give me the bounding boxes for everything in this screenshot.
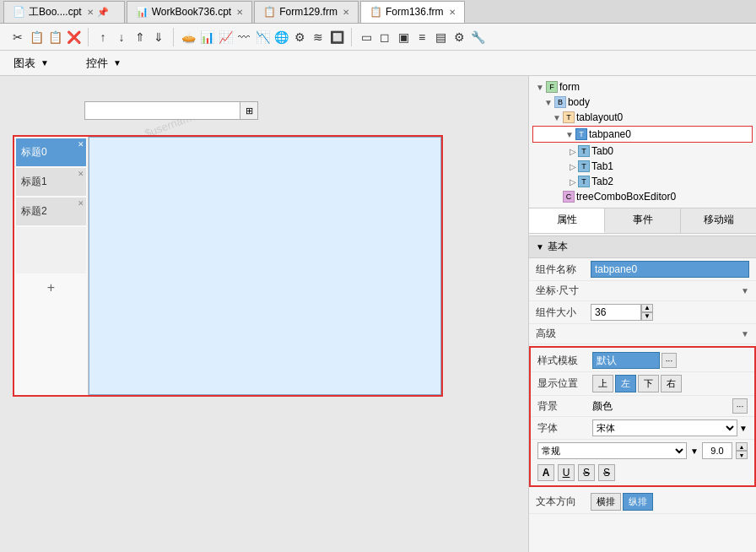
ctrl-icon6[interactable]: ⚙: [450, 28, 468, 46]
tab-form129-close[interactable]: ✕: [343, 8, 349, 17]
tab-add-icon: +: [47, 280, 55, 295]
tabpane-widget: 标题0 ✕ 标题1 ✕ 标题2 ✕ +: [13, 135, 443, 397]
tab-workbook2-icon: 📊: [136, 6, 148, 18]
tree-item-combo[interactable]: C treeComboBoxEditor0: [529, 189, 756, 204]
tab-form136-close[interactable]: ✕: [449, 8, 456, 17]
prop-row-size: 组件大小 ▲ ▼: [529, 301, 756, 324]
tab0-close[interactable]: ✕: [78, 140, 84, 149]
tab-label-2[interactable]: 标题2 ✕: [16, 198, 86, 225]
tab-form136-label: Form136.frm: [386, 6, 444, 18]
prop-tab-event[interactable]: 事件: [605, 208, 681, 233]
font-size-input[interactable]: [702, 442, 732, 459]
tab1-close[interactable]: ✕: [78, 170, 84, 178]
tree-label-tablayout: tablayout0: [576, 111, 623, 123]
form-input-field[interactable]: [84, 101, 240, 120]
pos-btn-right[interactable]: 右: [661, 375, 682, 392]
ctrl-icon7[interactable]: 🔧: [468, 28, 487, 46]
ctrl-icon1[interactable]: ▭: [357, 28, 375, 46]
tree-item-body[interactable]: ▼ B body: [529, 95, 756, 110]
prop-label-name: 组件名称: [536, 262, 591, 277]
font-style-select[interactable]: 常规: [537, 442, 687, 459]
tab-label-3[interactable]: [16, 227, 86, 273]
tab-workbook-pin[interactable]: 📌: [97, 7, 109, 18]
prop-tab-attr[interactable]: 属性: [529, 208, 605, 233]
prop-input-style-template[interactable]: [592, 352, 660, 369]
tree-label-tab0: Tab0: [591, 145, 613, 157]
paste-btn[interactable]: 📋: [46, 28, 64, 46]
font-size-down[interactable]: ▼: [736, 451, 748, 459]
tab-workbook[interactable]: 📄 工Boo....cpt ✕ 📌: [3, 1, 125, 23]
size-stepper-up[interactable]: ▲: [641, 304, 653, 312]
tab-label-0[interactable]: 标题0 ✕: [16, 138, 86, 166]
cut-btn[interactable]: ✂: [8, 28, 27, 46]
tree-item-tab2[interactable]: ▷ T Tab2: [529, 174, 756, 189]
control-dropdown[interactable]: 控件 ▼: [79, 54, 135, 73]
chart-icon9[interactable]: 🔲: [327, 28, 346, 46]
tab-workbook2-close[interactable]: ✕: [236, 8, 243, 17]
ctrl-icon2[interactable]: ◻: [375, 28, 394, 46]
basic-section-label: 基本: [548, 240, 568, 254]
ctrl-icon5[interactable]: ▤: [431, 28, 450, 46]
tree-item-tab1[interactable]: ▷ T Tab1: [529, 159, 756, 174]
move-bottom-btn[interactable]: ⇓: [149, 28, 168, 46]
canvas-area[interactable]: $fine_use $username $fine_use $username …: [0, 76, 528, 552]
move-down-btn[interactable]: ↓: [112, 28, 131, 46]
prop-label-coords: 坐标·尺寸: [536, 284, 591, 298]
pos-btn-left[interactable]: 左: [615, 375, 636, 392]
ctrl-icon3[interactable]: ▣: [394, 28, 413, 46]
tree-label-tabpane0: tabpane0: [589, 128, 631, 140]
prop-input-name[interactable]: [591, 261, 749, 278]
prop-tab-mobile[interactable]: 移动端: [681, 208, 756, 233]
font-style-row: 常规 ▼ ▲ ▼: [531, 440, 754, 462]
delete-btn[interactable]: ❌: [64, 28, 83, 46]
chart-icon3[interactable]: 📈: [216, 28, 235, 46]
prop-input-size[interactable]: [591, 304, 641, 321]
coords-arrow[interactable]: ▼: [741, 286, 749, 295]
input-row: ⊞: [84, 101, 262, 120]
tab-workbook-close[interactable]: ✕: [87, 8, 94, 17]
tab-add-btn[interactable]: +: [14, 275, 88, 300]
pos-buttons: 上 左 下 右: [592, 375, 682, 392]
font-size-up[interactable]: ▲: [736, 442, 748, 451]
pos-btn-top[interactable]: 上: [592, 375, 613, 392]
strikethrough-btn[interactable]: S: [578, 464, 595, 481]
right-panel: ▼ F form ▼ B body ▼ T tablayout0 ▼: [528, 76, 756, 552]
input-expand-btn[interactable]: ⊞: [240, 101, 258, 120]
chart-icon1[interactable]: 🥧: [179, 28, 197, 46]
pos-btn-bottom[interactable]: 下: [638, 375, 659, 392]
copy-btn[interactable]: 📋: [27, 28, 46, 46]
strikethrough2-btn[interactable]: S: [598, 464, 615, 481]
advanced-arrow[interactable]: ▼: [741, 329, 749, 338]
tab-form129[interactable]: 📋 Form129.frm ✕: [254, 1, 359, 23]
chart-dropdown[interactable]: 图表 ▼: [7, 54, 62, 73]
tab-bar: 📄 工Boo....cpt ✕ 📌 📊 WorkBook736.cpt ✕ 📋 …: [0, 0, 756, 24]
chart-icon2[interactable]: 📊: [197, 28, 216, 46]
tab-label-1[interactable]: 标题1 ✕: [16, 168, 86, 196]
chart-icon8[interactable]: ≋: [309, 28, 327, 46]
tab-form136[interactable]: 📋 Form136.frm ✕: [360, 1, 465, 23]
tree-item-form[interactable]: ▼ F form: [529, 79, 756, 95]
chart-icon6[interactable]: 🌐: [272, 28, 290, 46]
chart-icon5[interactable]: 📉: [253, 28, 272, 46]
text-dir-vertical[interactable]: 纵排: [623, 493, 653, 511]
bg-btn[interactable]: ···: [732, 398, 748, 414]
prop-label-style-template: 样式模板: [537, 354, 592, 368]
tabpane-content[interactable]: [89, 137, 441, 395]
move-top-btn[interactable]: ⇑: [131, 28, 149, 46]
bold-btn[interactable]: A: [537, 464, 554, 481]
chart-icon7[interactable]: ⚙: [290, 28, 309, 46]
text-dir-horizontal[interactable]: 横排: [591, 493, 621, 511]
tab2-close[interactable]: ✕: [78, 199, 84, 208]
tree-item-tablayout[interactable]: ▼ T tablayout0: [529, 110, 756, 125]
style-template-btn[interactable]: ···: [662, 353, 677, 368]
prop-section-basic-header[interactable]: ▼ 基本: [529, 235, 756, 258]
tab-workbook2[interactable]: 📊 WorkBook736.cpt ✕: [127, 1, 253, 23]
tree-item-tab0[interactable]: ▷ T Tab0: [529, 143, 756, 159]
chart-icon4[interactable]: 〰: [235, 28, 253, 46]
tree-item-tabpane0[interactable]: ▼ T tabpane0: [532, 126, 753, 143]
move-up-btn[interactable]: ↑: [94, 28, 112, 46]
font-select[interactable]: 宋体: [592, 419, 737, 436]
ctrl-icon4[interactable]: ≡: [413, 28, 431, 46]
size-stepper-down[interactable]: ▼: [641, 312, 653, 321]
underline-btn[interactable]: U: [558, 464, 575, 481]
